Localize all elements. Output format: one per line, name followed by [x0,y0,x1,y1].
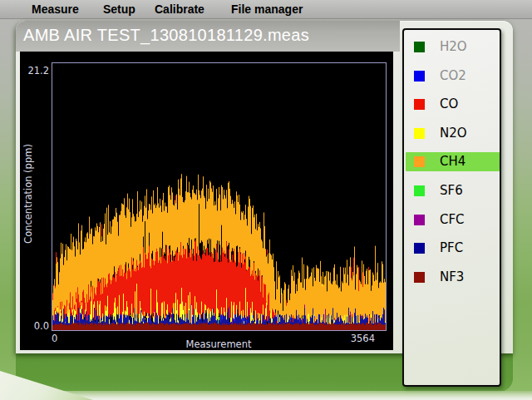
y-axis-title: Concentration (ppm) [22,144,34,244]
legend-label-co: CO [440,97,458,111]
legend-label-pfc: PFC [440,241,463,255]
menu-item-setup[interactable]: Setup [103,0,135,18]
window-title: AMB AIR TEST_130810181129.meas [23,26,309,45]
legend-swatch-cfc [414,215,425,225]
legend-swatch-ch4 [414,156,425,167]
legend-item-ch4[interactable]: CH4 [405,152,499,171]
x-axis-max-label: 3564 [351,333,375,344]
legend-item-h2o[interactable]: H2O [405,37,499,57]
legend-item-n2o[interactable]: N2O [405,124,499,143]
legend-swatch-n2o [414,128,425,139]
x-axis-min-label: 0 [52,333,57,344]
legend-label-sf6: SF6 [440,184,463,198]
gas-legend-panel: H2OCO2CON2OCH4SF6CFCPFCNF3 [402,28,501,387]
concentration-chart: 21.20.0Concentration (ppm)03564Measureme… [20,52,393,350]
legend-swatch-h2o [414,42,425,52]
y-axis-min-label: 0.0 [34,320,49,332]
legend-label-h2o: H2O [440,40,467,54]
legend-item-cfc[interactable]: CFC [405,210,499,230]
legend-item-pfc[interactable]: PFC [405,239,499,258]
legend-label-nf3: NF3 [440,270,464,284]
legend-swatch-nf3 [414,272,425,283]
legend-label-co2: CO2 [440,69,466,83]
legend-label-ch4: CH4 [440,155,466,169]
legend-item-co2[interactable]: CO2 [405,67,499,86]
window-title-bar: AMB AIR TEST_130810181129.meas [16,21,400,52]
y-axis-max-label: 21.2 [27,65,49,77]
app-background: MeasureSetupCalibrateFile manager AMB AI… [0,0,532,400]
legend-label-cfc: CFC [440,213,465,227]
x-axis-title: Measurement [186,338,252,350]
legend-swatch-pfc [414,243,425,254]
legend-item-nf3[interactable]: NF3 [405,268,499,287]
legend-item-co[interactable]: CO [405,95,499,114]
legend-swatch-sf6 [414,185,425,196]
menu-bar: MeasureSetupCalibrateFile manager [0,0,532,19]
legend-item-sf6[interactable]: SF6 [405,181,499,200]
chart-canvas: 21.20.0Concentration (ppm)03564Measureme… [20,52,393,350]
menu-item-file-manager[interactable]: File manager [231,0,303,18]
legend-swatch-co [414,99,425,110]
legend-swatch-co2 [414,71,425,81]
menu-item-measure[interactable]: Measure [32,0,79,18]
menu-item-calibrate[interactable]: Calibrate [155,0,204,18]
legend-label-n2o: N2O [440,126,467,141]
